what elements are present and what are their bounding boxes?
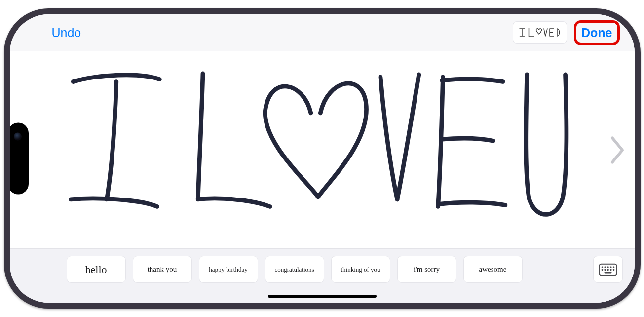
- suggestion-im-sorry[interactable]: i'm sorry: [397, 256, 456, 283]
- suggestion-label: thank you: [148, 265, 177, 274]
- svg-rect-1: [601, 266, 603, 268]
- handwriting-compose-screen: Undo Done: [10, 14, 635, 303]
- suggestion-label: i'm sorry: [414, 265, 440, 274]
- done-button-highlight: Done: [574, 20, 620, 45]
- handwriting-canvas[interactable]: [10, 51, 635, 248]
- svg-rect-10: [612, 269, 614, 270]
- svg-rect-11: [604, 272, 611, 273]
- scroll-right-chevron[interactable]: [608, 136, 627, 164]
- keyboard-button[interactable]: [593, 256, 623, 283]
- top-right-group: Done: [513, 20, 620, 45]
- home-indicator[interactable]: [268, 295, 377, 298]
- suggestion-label: awesome: [479, 265, 507, 274]
- suggestion-congratulations[interactable]: congratulations: [265, 256, 324, 283]
- done-button[interactable]: Done: [581, 26, 612, 40]
- iphone-frame: Undo Done: [4, 8, 641, 309]
- svg-rect-5: [612, 266, 614, 268]
- preview-thumbnail-svg: [518, 24, 562, 41]
- top-toolbar: Undo Done: [10, 14, 635, 51]
- undo-button[interactable]: Undo: [52, 26, 81, 40]
- svg-rect-2: [604, 266, 606, 268]
- suggestion-hello[interactable]: hello: [67, 256, 126, 283]
- svg-rect-4: [610, 266, 611, 268]
- handwriting-strokes: [37, 55, 580, 233]
- svg-rect-7: [604, 269, 606, 270]
- suggestion-label: thinking of you: [341, 266, 380, 274]
- dynamic-island: [8, 123, 29, 195]
- svg-rect-6: [601, 269, 603, 270]
- suggestion-thank-you[interactable]: thank you: [133, 256, 192, 283]
- svg-rect-8: [607, 269, 608, 270]
- suggestion-thinking-of-you[interactable]: thinking of you: [331, 256, 390, 283]
- handwriting-preview-thumbnail[interactable]: [513, 21, 567, 44]
- svg-rect-9: [610, 269, 611, 270]
- suggestion-label: hello: [85, 263, 107, 276]
- suggestion-label: congratulations: [274, 266, 314, 274]
- suggestion-happy-birthday[interactable]: happy birthday: [199, 256, 258, 283]
- suggestion-label: happy birthday: [209, 266, 247, 274]
- svg-rect-3: [607, 266, 608, 268]
- suggestion-awesome[interactable]: awesome: [463, 256, 523, 283]
- keyboard-icon: [599, 263, 617, 276]
